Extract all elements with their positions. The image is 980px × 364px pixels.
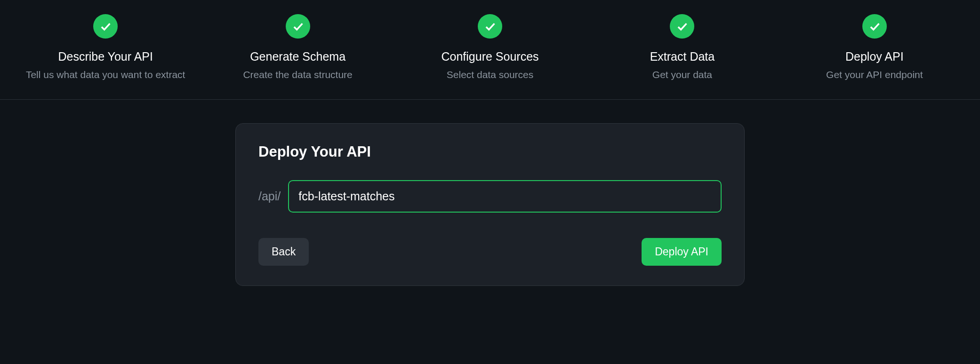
step-configure-sources[interactable]: Configure Sources Select data sources — [394, 14, 586, 80]
checkmark-icon — [286, 14, 310, 39]
step-deploy-api[interactable]: Deploy API Get your API endpoint — [779, 14, 971, 80]
step-subtitle: Tell us what data you want to extract — [26, 69, 185, 80]
step-subtitle: Create the data structure — [243, 69, 352, 80]
input-row: /api/ — [258, 180, 722, 213]
checkmark-icon — [93, 14, 118, 39]
step-title: Describe Your API — [58, 50, 153, 63]
card-title: Deploy Your API — [258, 143, 722, 160]
step-title: Deploy API — [845, 50, 904, 63]
button-row: Back Deploy API — [258, 238, 722, 266]
step-describe-api[interactable]: Describe Your API Tell us what data you … — [9, 14, 201, 80]
step-generate-schema[interactable]: Generate Schema Create the data structur… — [201, 14, 394, 80]
step-extract-data[interactable]: Extract Data Get your data — [586, 14, 778, 80]
step-title: Configure Sources — [441, 50, 538, 63]
back-button[interactable]: Back — [258, 238, 309, 266]
stepper: Describe Your API Tell us what data you … — [0, 0, 980, 100]
deploy-card: Deploy Your API /api/ Back Deploy API — [235, 123, 745, 286]
api-path-prefix: /api/ — [258, 190, 281, 203]
deploy-button[interactable]: Deploy API — [642, 238, 722, 266]
checkmark-icon — [670, 14, 694, 39]
checkmark-icon — [478, 14, 502, 39]
step-title: Extract Data — [650, 50, 715, 63]
content-area: Deploy Your API /api/ Back Deploy API — [0, 100, 980, 286]
step-subtitle: Get your data — [652, 69, 712, 80]
step-subtitle: Get your API endpoint — [826, 69, 923, 80]
step-subtitle: Select data sources — [447, 69, 533, 80]
step-title: Generate Schema — [250, 50, 345, 63]
checkmark-icon — [862, 14, 887, 39]
api-name-input[interactable] — [288, 180, 722, 213]
